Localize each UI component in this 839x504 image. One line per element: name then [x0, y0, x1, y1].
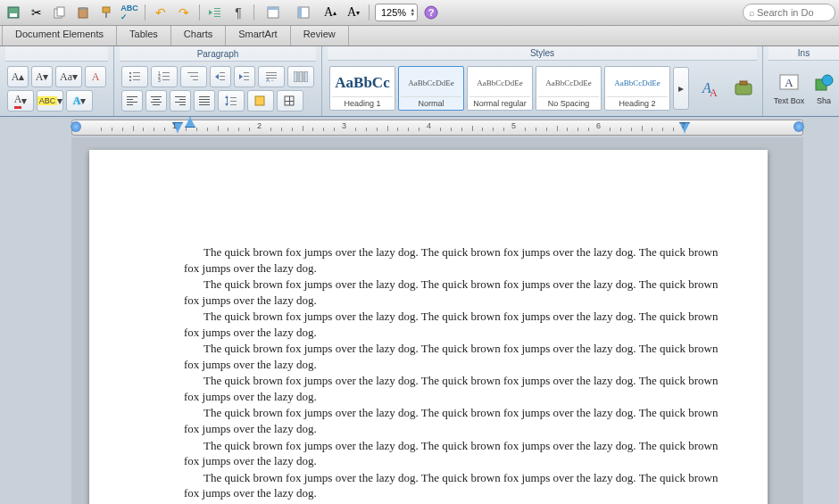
- toolbox-icon[interactable]: [732, 77, 755, 100]
- columns-button[interactable]: [287, 66, 314, 87]
- align-left-button[interactable]: [121, 90, 143, 112]
- svg-point-22: [129, 79, 131, 81]
- ribbon-tabs: Document Elements Tables Charts SmartArt…: [0, 26, 839, 46]
- svg-rect-46: [127, 96, 137, 97]
- svg-rect-44: [299, 71, 303, 82]
- svg-rect-29: [162, 79, 170, 80]
- svg-rect-55: [179, 99, 186, 100]
- svg-rect-72: [735, 84, 752, 95]
- svg-rect-36: [244, 72, 249, 73]
- styles-pane-button[interactable]: AA: [692, 63, 729, 113]
- svg-rect-73: [740, 81, 747, 85]
- svg-rect-48: [127, 102, 137, 103]
- borders-button[interactable]: [277, 90, 303, 112]
- grow-font-button[interactable]: A▴: [7, 66, 29, 87]
- text-effects-button[interactable]: A▾: [66, 90, 93, 112]
- search-box[interactable]: ⌕: [743, 4, 835, 21]
- decrease-indent-button[interactable]: [210, 66, 231, 87]
- justify-button[interactable]: [194, 90, 215, 112]
- spellcheck-icon[interactable]: ABC✓: [120, 3, 139, 22]
- svg-rect-52: [151, 102, 162, 103]
- ruler-number: 4: [427, 121, 431, 130]
- clear-formatting-button[interactable]: A: [85, 66, 106, 87]
- text-direction-button[interactable]: A→: [258, 66, 285, 87]
- style-heading-2[interactable]: AaBbCcDdEeHeading 2: [604, 66, 670, 111]
- paragraph[interactable]: The quick brown fox jumps over the lazy …: [184, 438, 732, 469]
- shape-button[interactable]: Sha: [810, 63, 837, 113]
- increase-font-icon[interactable]: A▴: [320, 3, 340, 22]
- help-icon[interactable]: ?: [421, 3, 441, 22]
- tab-charts[interactable]: Charts: [171, 26, 226, 45]
- align-right-button[interactable]: [170, 90, 191, 112]
- zoom-control[interactable]: 125% ▲▼: [375, 4, 418, 21]
- undo-icon[interactable]: ↶: [151, 3, 170, 22]
- tab-smartart[interactable]: SmartArt: [226, 26, 290, 45]
- document-page[interactable]: The quick brown fox jumps over the lazy …: [89, 150, 768, 504]
- paragraph[interactable]: The quick brown fox jumps over the lazy …: [184, 277, 732, 308]
- ribbon: A▴ A▾ Aa▾ A A▾ ABC▾ A▾ Paragraph 123: [0, 46, 839, 117]
- change-case-button[interactable]: Aa▾: [55, 66, 82, 87]
- bullets-button[interactable]: [121, 66, 148, 87]
- tab-review[interactable]: Review: [291, 26, 349, 45]
- sidebar-icon[interactable]: [290, 2, 317, 23]
- copy-icon[interactable]: [50, 3, 70, 22]
- ruler-left-margin-icon[interactable]: [71, 121, 81, 132]
- decrease-indent-icon[interactable]: [205, 3, 225, 22]
- show-formatting-icon[interactable]: ¶: [228, 3, 248, 22]
- paragraph[interactable]: The quick brown fox jumps over the lazy …: [184, 405, 732, 436]
- tab-tables[interactable]: Tables: [117, 26, 171, 45]
- decrease-font-icon[interactable]: A▾: [344, 3, 363, 22]
- line-spacing-button[interactable]: [218, 90, 245, 112]
- svg-rect-49: [127, 104, 133, 105]
- svg-rect-27: [162, 76, 170, 77]
- style-name-label: No Spacing: [538, 96, 599, 108]
- paste-icon[interactable]: [73, 3, 93, 22]
- style-normal[interactable]: AaBbCcDdEeNormal: [398, 66, 464, 111]
- cut-icon[interactable]: ✂: [27, 3, 46, 22]
- layout-icon[interactable]: [260, 2, 287, 23]
- multilevel-list-button[interactable]: [180, 66, 207, 87]
- svg-rect-57: [179, 104, 186, 105]
- paragraph[interactable]: The quick brown fox jumps over the lazy …: [184, 244, 732, 276]
- redo-icon[interactable]: ↷: [174, 3, 194, 22]
- align-center-button[interactable]: [145, 90, 167, 112]
- style-preview: AaBbCcDdEe: [614, 69, 660, 96]
- search-input[interactable]: [755, 6, 821, 19]
- style-preview: AaBbCcDdEe: [408, 69, 454, 96]
- horizontal-ruler[interactable]: 1234567: [71, 120, 803, 136]
- svg-rect-6: [103, 7, 110, 12]
- zoom-stepper-icon[interactable]: ▲▼: [410, 8, 415, 17]
- textbox-button[interactable]: A Text Box: [770, 63, 808, 113]
- tab-document-elements[interactable]: Document Elements: [2, 26, 117, 45]
- ruler-right-margin-icon[interactable]: [793, 121, 804, 132]
- svg-rect-47: [127, 99, 133, 100]
- style-preview: AaBbCcDdEe: [477, 69, 523, 96]
- paragraph[interactable]: The quick brown fox jumps over the lazy …: [184, 309, 732, 340]
- styles-more-button[interactable]: ▸: [673, 67, 689, 110]
- format-painter-icon[interactable]: [96, 3, 116, 22]
- main-toolbar: ✂ ABC✓ ↶ ↷ ¶ A▴ A▾ 125% ▲▼ ? ⌕: [0, 0, 839, 26]
- search-icon: ⌕: [749, 7, 755, 18]
- style-no-spacing[interactable]: AaBbCcDdEeNo Spacing: [536, 66, 602, 111]
- style-heading-1[interactable]: AaBbCcHeading 1: [329, 66, 395, 111]
- shading-button[interactable]: [247, 90, 274, 112]
- svg-rect-61: [199, 104, 210, 105]
- hanging-indent-marker-icon[interactable]: [185, 117, 195, 128]
- numbering-button[interactable]: 123: [151, 66, 178, 87]
- increase-indent-button[interactable]: [234, 66, 255, 87]
- svg-rect-32: [193, 79, 198, 80]
- paragraph[interactable]: The quick brown fox jumps over the lazy …: [184, 341, 732, 372]
- svg-rect-62: [227, 98, 228, 103]
- svg-rect-37: [244, 76, 249, 77]
- style-normal-regular[interactable]: AaBbCcDdEeNormal regular: [467, 66, 533, 111]
- font-color-button[interactable]: A▾: [7, 90, 34, 112]
- highlight-button[interactable]: ABC▾: [37, 90, 63, 112]
- paragraph[interactable]: The quick brown fox jumps over the lazy …: [184, 470, 732, 501]
- page-content[interactable]: The quick brown fox jumps over the lazy …: [89, 150, 768, 504]
- svg-text:A→: A→: [266, 78, 275, 82]
- shrink-font-button[interactable]: A▾: [31, 66, 53, 87]
- paragraph[interactable]: The quick brown fox jumps over the lazy …: [184, 373, 732, 404]
- svg-rect-40: [266, 75, 277, 76]
- ruler-number: 7: [681, 121, 685, 130]
- save-icon[interactable]: [4, 3, 23, 22]
